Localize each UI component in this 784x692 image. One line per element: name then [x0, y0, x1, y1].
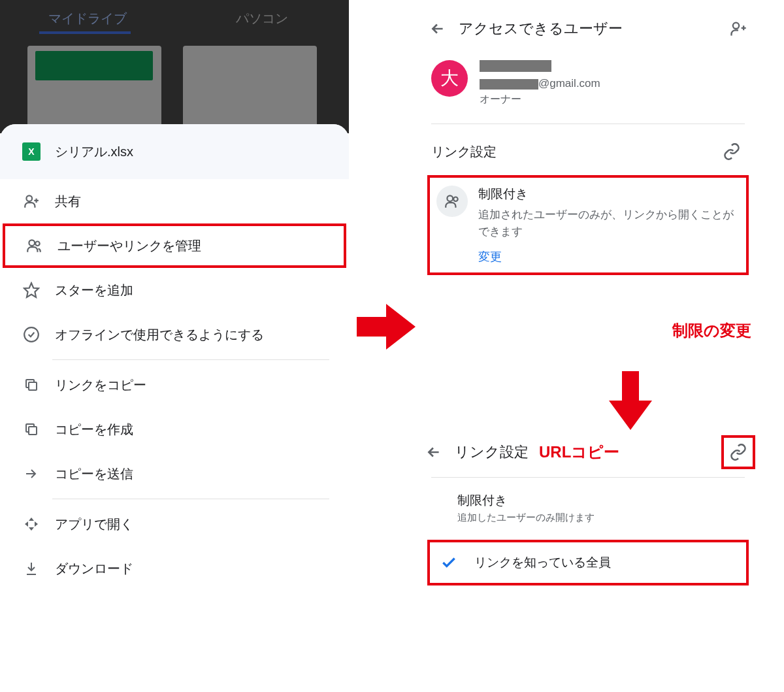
menu-download[interactable]: ダウンロード — [0, 546, 349, 591]
link-copy-icon[interactable] — [725, 439, 751, 465]
menu-offline-label: オフラインで使用できるようにする — [55, 326, 264, 344]
divider — [52, 359, 329, 360]
menu-offline[interactable]: オフラインで使用できるようにする — [0, 312, 349, 357]
overlay-dim — [0, 0, 349, 133]
copy-icon — [22, 376, 41, 394]
restricted-desc: 追加されたユーザーのみが、リンクから開くことができます — [478, 206, 740, 240]
access-header: アクセスできるユーザー — [418, 0, 758, 58]
avatar: 大 — [431, 60, 468, 97]
annotation-change-restriction: 制限の変更 — [672, 320, 751, 341]
menu-add-star-label: スターを追加 — [55, 282, 133, 299]
link-anyone-label: リンクを知っている全員 — [474, 554, 611, 571]
people-icon — [436, 186, 468, 217]
send-icon — [22, 465, 41, 483]
menu-make-copy[interactable]: コピーを作成 — [0, 407, 349, 452]
add-person-button[interactable] — [725, 16, 751, 42]
menu-manage-access[interactable]: ユーザーやリンクを管理 — [3, 223, 346, 268]
link-restricted-title: 制限付き — [457, 492, 745, 509]
svg-marker-11 — [357, 304, 416, 350]
link-popup-header: リンク設定 URLコピー — [418, 431, 758, 473]
annotation-url-copy: URLコピー — [539, 442, 619, 463]
menu-share-label: 共有 — [55, 193, 81, 210]
link-anyone-option[interactable]: リンクを知っている全員 — [427, 540, 749, 585]
xlsx-icon: X — [22, 142, 41, 161]
back-button[interactable] — [425, 16, 451, 42]
owner-email: @gmail.com — [480, 77, 745, 90]
arrow-down-annotation — [608, 371, 653, 430]
redacted-email-prefix — [480, 79, 538, 90]
person-add-icon — [22, 192, 41, 210]
link-settings-label: リンク設定 — [431, 143, 719, 161]
star-icon — [22, 281, 41, 299]
svg-marker-15 — [609, 371, 652, 430]
svg-marker-9 — [25, 521, 28, 527]
check-icon — [440, 554, 457, 571]
left-screen: マイドライブ パソコン X シリアル.xlsx 共有 ユーザーやリンクを管理 — [0, 0, 349, 692]
menu-copy-link-label: リンクをコピー — [55, 376, 146, 394]
redacted-name — [480, 60, 551, 72]
svg-marker-7 — [29, 518, 34, 521]
svg-point-13 — [447, 195, 453, 201]
email-suffix: @gmail.com — [538, 77, 600, 90]
menu-send-copy[interactable]: コピーを送信 — [0, 452, 349, 496]
copy-link-highlight — [721, 435, 755, 469]
sheet-file-header: X シリアル.xlsx — [0, 124, 349, 179]
menu-copy-link[interactable]: リンクをコピー — [0, 363, 349, 407]
offline-icon — [22, 325, 41, 344]
restricted-box[interactable]: 制限付き 追加されたユーザーのみが、リンクから開くことができます 変更 — [427, 175, 749, 275]
menu-open-with-label: アプリで開く — [55, 516, 133, 533]
menu-download-label: ダウンロード — [55, 560, 133, 578]
svg-point-12 — [733, 23, 739, 29]
svg-marker-10 — [35, 521, 38, 527]
svg-point-4 — [24, 327, 39, 342]
svg-rect-5 — [29, 382, 37, 390]
access-title: アクセスできるユーザー — [459, 19, 725, 39]
divider — [52, 499, 329, 499]
menu-manage-access-label: ユーザーやリンクを管理 — [57, 237, 201, 255]
link-restricted-option[interactable]: 制限付き 追加したユーザーのみ開けます — [418, 482, 758, 531]
svg-point-14 — [453, 197, 458, 202]
arrow-right-annotation — [357, 301, 416, 353]
bottom-sheet: X シリアル.xlsx 共有 ユーザーやリンクを管理 スターを追加 — [0, 124, 349, 591]
link-settings-header: リンク設定 — [418, 128, 758, 175]
menu-make-copy-label: コピーを作成 — [55, 421, 133, 438]
svg-marker-8 — [29, 527, 34, 531]
svg-point-2 — [35, 242, 39, 246]
menu-share[interactable]: 共有 — [0, 179, 349, 223]
menu-send-copy-label: コピーを送信 — [55, 465, 133, 483]
back-button[interactable] — [421, 439, 447, 465]
owner-info: @gmail.com オーナー — [480, 60, 745, 107]
right-screen-link-settings: リンク設定 URLコピー 制限付き 追加したユーザーのみ開けます リンクを知って… — [418, 431, 758, 585]
link-popup-title: リンク設定 — [455, 442, 529, 462]
change-link[interactable]: 変更 — [478, 249, 502, 265]
svg-point-1 — [29, 240, 35, 246]
link-icon[interactable] — [719, 139, 745, 165]
svg-point-0 — [26, 195, 32, 201]
divider — [431, 124, 745, 124]
owner-role: オーナー — [480, 93, 745, 107]
svg-marker-3 — [24, 283, 39, 297]
svg-rect-6 — [29, 427, 37, 435]
download-icon — [22, 559, 41, 578]
restricted-title: 制限付き — [478, 186, 740, 203]
menu-open-with[interactable]: アプリで開く — [0, 502, 349, 546]
copy-icon — [22, 420, 41, 438]
open-with-icon — [22, 515, 41, 533]
right-screen-access: アクセスできるユーザー 大 @gmail.com オーナー リンク設定 制 — [418, 0, 758, 275]
owner-row: 大 @gmail.com オーナー — [418, 58, 758, 120]
menu-add-star[interactable]: スターを追加 — [0, 268, 349, 312]
people-icon — [25, 237, 43, 255]
divider — [431, 477, 745, 478]
link-restricted-desc: 追加したユーザーのみ開けます — [457, 512, 745, 524]
file-name: シリアル.xlsx — [55, 143, 133, 161]
